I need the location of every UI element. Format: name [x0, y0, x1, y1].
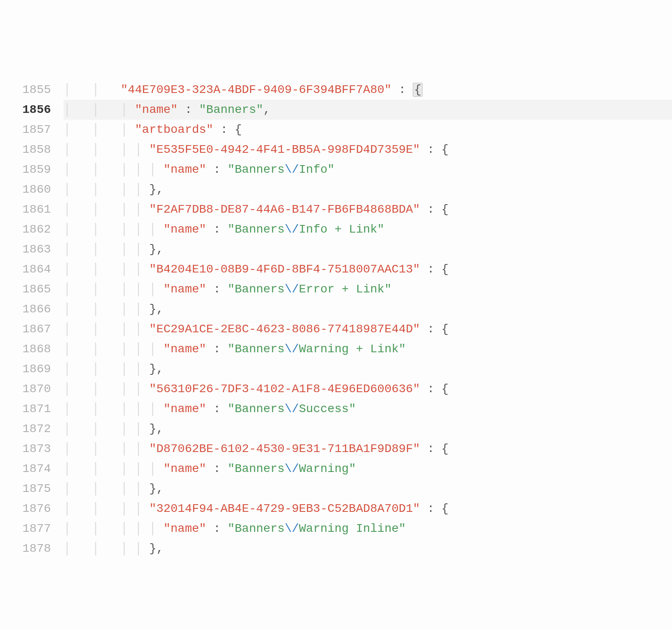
- code-line[interactable]: │ │ │ │ },: [64, 180, 672, 199]
- line-number: 1868: [0, 339, 51, 359]
- indent-guide: │ │ │ │ │: [64, 223, 163, 236]
- code-line[interactable]: │ │ │ │ "EC29A1CE-2E8C-4623-8086-7741898…: [64, 319, 672, 339]
- json-string: Info": [299, 163, 335, 176]
- indent-guide: │ │ │ │ │: [64, 462, 163, 475]
- code-line[interactable]: │ │ │ │ │ "name" : "Banners\/Info": [64, 160, 672, 180]
- json-string: "Banners: [228, 163, 285, 176]
- json-string: "Banners: [228, 522, 285, 535]
- brace-match: {: [413, 83, 423, 97]
- indent-guide: │ │ │ │: [64, 482, 149, 495]
- json-key: "name": [163, 163, 206, 176]
- json-string: "Banners: [228, 462, 285, 475]
- indent-guide: │ │ │ │: [64, 143, 149, 156]
- escape-char: \/: [285, 522, 299, 535]
- escape-char: \/: [285, 462, 299, 475]
- code-line[interactable]: │ │ │ │ "B4204E10-08B9-4F6D-8BF4-7518007…: [64, 259, 672, 279]
- json-key: "32014F94-AB4E-4729-9EB3-C52BAD8A70D1": [149, 502, 420, 515]
- punctuation: : {: [420, 442, 448, 455]
- punctuation: :: [206, 223, 227, 236]
- indent-guide: │ │ │ │: [64, 243, 149, 256]
- json-string: Warning + Link": [299, 343, 406, 356]
- json-key: "B4204E10-08B9-4F6D-8BF4-7518007AAC13": [149, 263, 420, 276]
- code-line[interactable]: │ │ │ │ "56310F26-7DF3-4102-A1F8-4E96ED6…: [64, 379, 672, 399]
- punctuation: :: [206, 343, 227, 356]
- punctuation: },: [149, 422, 164, 435]
- escape-char: \/: [285, 283, 299, 296]
- code-area[interactable]: │ │ "44E709E3-323A-4BDF-9409-6F394BFF7A8…: [64, 80, 672, 629]
- indent-guide: │ │ │ │: [64, 542, 149, 555]
- code-line[interactable]: │ │ │ │ },: [64, 479, 672, 499]
- punctuation: :: [206, 283, 227, 296]
- line-number: 1874: [0, 459, 51, 479]
- indent-guide: │ │ │ │ │: [64, 163, 163, 176]
- code-editor[interactable]: 1855185618571858185918601861186218631864…: [0, 80, 672, 629]
- json-string: "Banners: [228, 283, 285, 296]
- json-string: Success": [299, 402, 356, 416]
- code-line[interactable]: │ │ │ │ │ "name" : "Banners\/Info + Link…: [64, 219, 672, 239]
- line-number: 1873: [0, 439, 51, 459]
- json-string: Info + Link": [299, 223, 385, 236]
- code-line[interactable]: │ │ │ │ },: [64, 539, 672, 559]
- punctuation: ,: [263, 103, 271, 116]
- punctuation: },: [149, 482, 164, 495]
- punctuation: : {: [420, 323, 448, 336]
- json-key: "name": [163, 522, 206, 535]
- line-number: 1865: [0, 279, 51, 299]
- punctuation: :: [206, 462, 227, 475]
- line-number: 1856: [0, 100, 51, 120]
- code-line[interactable]: │ │ │ │ │ "name" : "Banners\/Warning Inl…: [64, 519, 672, 539]
- line-number-gutter: 1855185618571858185918601861186218631864…: [0, 80, 64, 629]
- json-key: "name": [163, 402, 206, 416]
- json-key: "E535F5E0-4942-4F41-BB5A-998FD4D7359E": [149, 143, 420, 156]
- code-line[interactable]: │ │ │ │ │ "name" : "Banners\/Warning + L…: [64, 339, 672, 359]
- json-key: "name": [163, 283, 206, 296]
- code-line[interactable]: │ │ │ │ │ "name" : "Banners\/Success": [64, 399, 672, 419]
- line-number: 1863: [0, 239, 51, 259]
- indent-guide: │ │ │ │: [64, 362, 149, 376]
- json-string: Error + Link": [299, 283, 392, 296]
- indent-guide: │ │ │ │: [64, 183, 149, 196]
- json-key: "name": [163, 343, 206, 356]
- code-line[interactable]: │ │ │ │ "D87062BE-6102-4530-9E31-711BA1F…: [64, 439, 672, 459]
- code-line[interactable]: │ │ │ "artboards" : {: [64, 120, 672, 140]
- code-line[interactable]: │ │ │ │ "F2AF7DB8-DE87-44A6-B147-FB6FB48…: [64, 199, 672, 219]
- json-string: "Banners: [228, 343, 285, 356]
- json-string: Warning": [299, 462, 356, 475]
- code-line[interactable]: │ │ │ "name" : "Banners",: [64, 100, 672, 120]
- escape-char: \/: [285, 223, 299, 236]
- line-number: 1877: [0, 519, 51, 539]
- punctuation: : {: [420, 502, 448, 515]
- indent-guide: │ │ │ │: [64, 422, 149, 435]
- code-line[interactable]: │ │ │ │ },: [64, 419, 672, 439]
- code-line[interactable]: │ │ │ │ │ "name" : "Banners\/Warning": [64, 459, 672, 479]
- line-number: 1876: [0, 499, 51, 519]
- indent-guide: │ │ │ │: [64, 203, 149, 216]
- punctuation: : {: [420, 263, 448, 276]
- json-key: "artboards": [135, 123, 213, 136]
- punctuation: :: [392, 83, 413, 96]
- escape-char: \/: [285, 402, 299, 416]
- code-line[interactable]: │ │ │ │ },: [64, 359, 672, 379]
- code-line[interactable]: │ │ │ │ │ "name" : "Banners\/Error + Lin…: [64, 279, 672, 299]
- json-key: "name": [135, 103, 178, 116]
- indent-guide: │ │ │ │ │: [64, 402, 163, 416]
- line-number: 1869: [0, 359, 51, 379]
- line-number: 1862: [0, 219, 51, 239]
- punctuation: },: [149, 362, 164, 376]
- json-string: "Banners: [228, 402, 285, 416]
- json-string: "Banners": [199, 103, 263, 116]
- line-number: 1870: [0, 379, 51, 399]
- json-string: Warning Inline": [299, 522, 406, 535]
- code-line[interactable]: │ │ │ │ "E535F5E0-4942-4F41-BB5A-998FD4D…: [64, 140, 672, 160]
- json-key: "name": [163, 223, 206, 236]
- indent-guide: │ │ │ │: [64, 382, 149, 396]
- indent-guide: │ │ │ │: [64, 323, 149, 336]
- indent-guide: │ │ │: [64, 103, 135, 116]
- code-line[interactable]: │ │ "44E709E3-323A-4BDF-9409-6F394BFF7A8…: [64, 80, 672, 100]
- code-line[interactable]: │ │ │ │ "32014F94-AB4E-4729-9EB3-C52BAD8…: [64, 499, 672, 519]
- code-line[interactable]: │ │ │ │ },: [64, 299, 672, 319]
- code-line[interactable]: │ │ │ │ },: [64, 239, 672, 259]
- line-number: 1860: [0, 180, 51, 199]
- indent-guide: │ │: [64, 83, 120, 96]
- line-number: 1864: [0, 259, 51, 279]
